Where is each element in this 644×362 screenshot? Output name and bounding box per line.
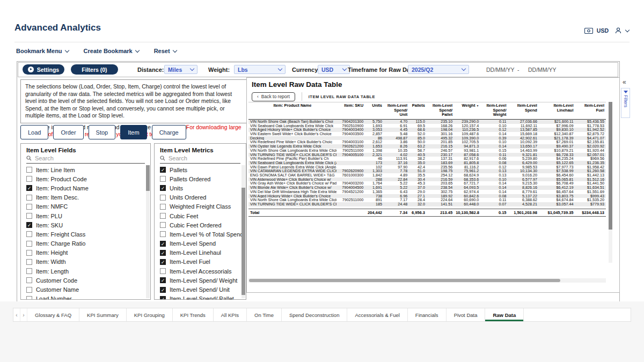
collapse-pane-button[interactable]: « xyxy=(623,79,626,85)
filters-rail-tab[interactable]: Filters xyxy=(621,88,630,118)
checkbox-item-customer-name[interactable]: Customer Name xyxy=(21,285,150,294)
checkbox-item-weighted-freight-class[interactable]: Weighted Freight Class xyxy=(155,202,246,211)
tab-spend-deconstruction[interactable]: Spend Deconstruction xyxy=(282,308,347,321)
table-vertical-scrollbar[interactable] xyxy=(609,102,612,263)
checkbox-item-item-width[interactable]: Item: Width xyxy=(21,257,150,267)
menu-item-create-bookmark[interactable]: Create Bookmark xyxy=(84,48,139,54)
checkbox-checked[interactable]: ✓ xyxy=(160,167,166,173)
checkbox-item-item-level-fuel[interactable]: ✓Item-Level Fuel xyxy=(155,257,246,267)
checkbox-unchecked[interactable] xyxy=(160,268,166,274)
level-button-item[interactable]: Item xyxy=(120,125,147,139)
level-button-charge[interactable]: Charge xyxy=(152,125,186,139)
checkbox-unchecked[interactable] xyxy=(26,204,32,210)
checkbox-item-item-freight-class[interactable]: Item: Freight Class xyxy=(21,230,150,239)
tab-kpi-trends[interactable]: KPI Trends xyxy=(173,308,214,321)
date-from-input[interactable]: DD/MM/YY xyxy=(486,67,515,73)
checkbox-item-item-level-spend-unit[interactable]: ✓Item-Level Spend/ Unit xyxy=(155,285,246,294)
tab-glossary-faq[interactable]: Glossary & FAQ xyxy=(27,308,79,321)
checkbox-unchecked[interactable] xyxy=(26,195,32,201)
checkbox-unchecked[interactable] xyxy=(160,204,166,210)
timeframe-select[interactable]: 2025/Q2 xyxy=(408,65,469,74)
checkbox-unchecked[interactable] xyxy=(26,167,32,173)
checkbox-item-item-height[interactable]: Item: Height xyxy=(21,248,150,257)
level-button-load[interactable]: Load xyxy=(20,125,48,139)
checkbox-checked[interactable]: ✓ xyxy=(26,222,32,228)
checkbox-unchecked[interactable] xyxy=(26,287,32,293)
checkbox-item-item-product-code[interactable]: Item: Product Code xyxy=(21,174,150,183)
menu-item-reset[interactable]: Reset xyxy=(154,48,177,54)
tabs-scroll-left-icon[interactable]: ‹ xyxy=(13,308,20,321)
settings-button[interactable]: Settings xyxy=(23,64,64,75)
checkbox-unchecked[interactable] xyxy=(26,176,32,182)
tab-kpi-summary[interactable]: KPI Summary xyxy=(79,308,127,321)
checkbox-unchecked[interactable] xyxy=(160,176,166,182)
checkbox-item-load-number[interactable]: Load Number xyxy=(21,294,150,300)
checkbox-unchecked[interactable] xyxy=(160,222,166,228)
column-header-item-level-spend-unit[interactable]: Item-Level Spend/ Unit xyxy=(384,102,409,120)
tab-raw-data[interactable]: Raw Data xyxy=(485,308,524,321)
checkbox-unchecked[interactable] xyxy=(160,213,166,219)
checkbox-item-item-level-spend[interactable]: ✓Item-Level Spend xyxy=(155,239,246,248)
column-header-item-level-spend-pallet[interactable]: Item-Level Spend/ Pallet xyxy=(427,102,454,120)
tab-kpi-grouping[interactable]: KPI Grouping xyxy=(127,308,173,321)
distance-select[interactable]: Miles xyxy=(164,65,197,74)
checkbox-unchecked[interactable] xyxy=(26,277,32,283)
column-header-weight[interactable]: Weight▼ xyxy=(454,102,480,120)
checkbox-unchecked[interactable] xyxy=(26,241,32,247)
tabs-scroll-right-icon[interactable]: › xyxy=(20,308,27,321)
user-menu-chevron-down-icon[interactable] xyxy=(625,27,630,32)
checkbox-item-units[interactable]: ✓Units xyxy=(155,183,246,193)
filters-button[interactable]: Filters (0) xyxy=(71,64,118,75)
metrics-search-input[interactable]: Search xyxy=(160,155,240,164)
column-header-item-level-linehaul[interactable]: Item-Level Linehaul xyxy=(539,102,575,120)
fields-scrollbar[interactable] xyxy=(146,165,150,298)
checkbox-checked[interactable]: ✓ xyxy=(160,250,166,256)
checkbox-item-pallets-ordered[interactable]: Pallets Ordered xyxy=(155,174,246,183)
tab-on-time[interactable]: On Time xyxy=(247,308,282,321)
checkbox-item-item-level-spend-pallet[interactable]: ✓Item-Level Spend/ Pallet xyxy=(155,294,246,300)
checkbox-checked[interactable]: ✓ xyxy=(160,185,166,191)
checkbox-unchecked[interactable] xyxy=(26,296,32,300)
checkbox-unchecked[interactable] xyxy=(26,250,32,256)
column-header-item-product-name[interactable]: Item: Product Name xyxy=(248,102,336,120)
back-to-report-button[interactable]: ‹ Back to report xyxy=(252,92,295,101)
checkbox-checked[interactable]: ✓ xyxy=(160,296,166,300)
checkbox-item-item-product-name[interactable]: ✓Item: Product Name xyxy=(21,183,150,193)
fields-search-input[interactable]: Search xyxy=(26,155,145,164)
menu-item-bookmark-menu[interactable]: Bookmark Menu xyxy=(16,48,69,54)
checkbox-unchecked[interactable] xyxy=(160,195,166,201)
checkbox-item-pallets[interactable]: ✓Pallets xyxy=(155,165,246,174)
level-button-stop[interactable]: Stop xyxy=(89,125,116,139)
column-header-item-level-spend[interactable]: Item-Level Spend xyxy=(508,102,539,120)
table-horizontal-scrollbar[interactable] xyxy=(248,278,606,283)
checkbox-item-item-level-linehaul[interactable]: ✓Item-Level Linehaul xyxy=(155,248,246,257)
level-button-order[interactable]: Order xyxy=(53,125,83,139)
checkbox-item-item-line-item[interactable]: Item: Line Item xyxy=(21,165,150,174)
checkbox-item-item-level-spend-weight[interactable]: ✓Item-Level Spend/ Weight xyxy=(155,276,246,285)
checkbox-item-cubic-feet-ordered[interactable]: Cubic Feet Ordered xyxy=(155,220,246,230)
checkbox-item-cubic-feet[interactable]: Cubic Feet xyxy=(155,211,246,220)
column-header-item-level-fuel[interactable]: Item-Level Fuel xyxy=(575,102,606,120)
tab-pivot-data[interactable]: Pivot Data xyxy=(447,308,486,321)
date-to-input[interactable]: DD/MM/YY xyxy=(528,67,557,73)
tab-accessorials-fuel[interactable]: Accessorials & Fuel xyxy=(347,308,407,321)
checkbox-checked[interactable]: ✓ xyxy=(160,287,166,293)
checkbox-unchecked[interactable] xyxy=(26,231,32,237)
tab-all-kpis[interactable]: All KPIs xyxy=(214,308,247,321)
checkbox-item-item-level-accessorials[interactable]: Item-Level Accessorials xyxy=(155,267,246,276)
checkbox-unchecked[interactable] xyxy=(26,259,32,265)
checkbox-unchecked[interactable] xyxy=(26,268,32,274)
checkbox-unchecked[interactable] xyxy=(160,231,166,237)
metrics-scrollbar[interactable] xyxy=(241,165,245,298)
column-header-pallets[interactable]: Pallets xyxy=(409,102,427,120)
checkbox-item-item-plu[interactable]: Item: PLU xyxy=(21,211,150,220)
checkbox-item-customer-code[interactable]: Customer Code xyxy=(21,276,150,285)
checkbox-item-item-item-desc[interactable]: Item: Item Desc. xyxy=(21,193,150,202)
checkbox-item-item-charge-ratio[interactable]: Item: Charge Ratio xyxy=(21,239,150,248)
checkbox-checked[interactable]: ✓ xyxy=(160,259,166,265)
currency-select[interactable]: USD xyxy=(318,65,350,74)
tab-financials[interactable]: Financials xyxy=(408,308,447,321)
checkbox-checked[interactable]: ✓ xyxy=(26,185,32,191)
checkbox-unchecked[interactable] xyxy=(26,213,32,219)
checkbox-item-item-level-of-total-spend[interactable]: Item-Level % of Total Spend xyxy=(155,230,246,239)
